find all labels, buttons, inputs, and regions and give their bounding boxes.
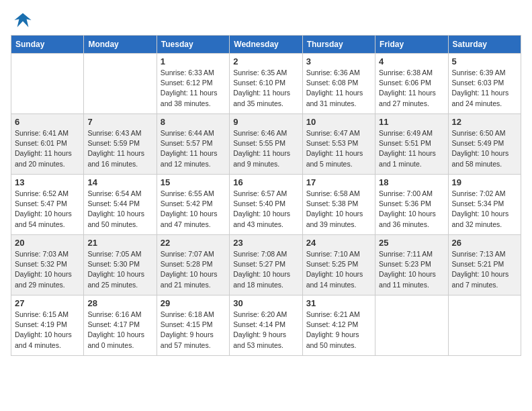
day-number: 10 [306,117,371,127]
calendar-cell: 8Sunrise: 6:44 AM Sunset: 5:57 PM Daylig… [157,114,229,175]
day-info: Sunrise: 6:52 AM Sunset: 5:47 PM Dayligh… [15,189,80,230]
column-header-tuesday: Tuesday [157,36,229,54]
calendar-cell: 27Sunrise: 6:15 AM Sunset: 4:19 PM Dayli… [11,295,84,356]
day-number: 6 [15,117,80,127]
day-info: Sunrise: 7:10 AM Sunset: 5:25 PM Dayligh… [306,249,371,290]
day-info: Sunrise: 7:13 AM Sunset: 5:21 PM Dayligh… [452,249,517,290]
day-info: Sunrise: 6:38 AM Sunset: 6:06 PM Dayligh… [379,68,444,109]
calendar-cell: 4Sunrise: 6:38 AM Sunset: 6:06 PM Daylig… [375,54,448,114]
day-info: Sunrise: 6:18 AM Sunset: 4:15 PM Dayligh… [161,310,226,351]
column-header-friday: Friday [375,36,448,54]
calendar-cell [375,295,448,356]
calendar-cell: 11Sunrise: 6:49 AM Sunset: 5:51 PM Dayli… [375,114,448,175]
calendar-week-row: 27Sunrise: 6:15 AM Sunset: 4:19 PM Dayli… [11,295,521,356]
day-number: 23 [233,238,298,248]
day-number: 24 [306,238,371,248]
day-info: Sunrise: 7:05 AM Sunset: 5:30 PM Dayligh… [87,249,152,290]
calendar-cell: 26Sunrise: 7:13 AM Sunset: 5:21 PM Dayli… [448,235,521,295]
day-number: 27 [15,298,80,308]
day-number: 9 [233,117,298,127]
calendar-cell: 2Sunrise: 6:35 AM Sunset: 6:10 PM Daylig… [230,54,302,114]
day-number: 17 [306,177,371,187]
day-number: 19 [452,177,517,187]
day-info: Sunrise: 6:55 AM Sunset: 5:42 PM Dayligh… [161,189,226,230]
day-number: 7 [87,117,152,127]
day-number: 30 [233,298,298,308]
day-number: 28 [87,298,152,308]
calendar-cell: 16Sunrise: 6:57 AM Sunset: 5:40 PM Dayli… [230,175,302,235]
calendar-cell: 30Sunrise: 6:20 AM Sunset: 4:14 PM Dayli… [230,295,302,356]
day-number: 8 [161,117,226,127]
day-info: Sunrise: 7:00 AM Sunset: 5:36 PM Dayligh… [379,189,444,230]
day-number: 18 [379,177,444,187]
day-number: 4 [379,56,444,66]
calendar-cell: 6Sunrise: 6:41 AM Sunset: 6:01 PM Daylig… [11,114,84,175]
day-info: Sunrise: 6:50 AM Sunset: 5:49 PM Dayligh… [452,128,517,169]
column-header-wednesday: Wednesday [230,36,302,54]
day-number: 15 [161,177,226,187]
calendar-cell: 14Sunrise: 6:54 AM Sunset: 5:44 PM Dayli… [84,175,157,235]
day-info: Sunrise: 7:02 AM Sunset: 5:34 PM Dayligh… [452,189,517,230]
day-number: 16 [233,177,298,187]
day-number: 13 [15,177,80,187]
calendar-cell: 15Sunrise: 6:55 AM Sunset: 5:42 PM Dayli… [157,175,229,235]
calendar-cell: 17Sunrise: 6:58 AM Sunset: 5:38 PM Dayli… [302,175,375,235]
calendar-cell: 12Sunrise: 6:50 AM Sunset: 5:49 PM Dayli… [448,114,521,175]
calendar-week-row: 6Sunrise: 6:41 AM Sunset: 6:01 PM Daylig… [11,114,521,175]
calendar-cell: 22Sunrise: 7:07 AM Sunset: 5:28 PM Dayli… [157,235,229,295]
calendar-cell: 5Sunrise: 6:39 AM Sunset: 6:03 PM Daylig… [448,54,521,114]
day-number: 2 [233,56,298,66]
calendar-cell: 13Sunrise: 6:52 AM Sunset: 5:47 PM Dayli… [11,175,84,235]
day-info: Sunrise: 6:39 AM Sunset: 6:03 PM Dayligh… [452,68,517,109]
day-info: Sunrise: 6:36 AM Sunset: 6:08 PM Dayligh… [306,68,371,109]
calendar-cell: 23Sunrise: 7:08 AM Sunset: 5:27 PM Dayli… [230,235,302,295]
calendar-week-row: 13Sunrise: 6:52 AM Sunset: 5:47 PM Dayli… [11,175,521,235]
day-info: Sunrise: 7:07 AM Sunset: 5:28 PM Dayligh… [161,249,226,290]
page-header [11,11,521,30]
day-number: 14 [87,177,152,187]
day-info: Sunrise: 7:08 AM Sunset: 5:27 PM Dayligh… [233,249,298,290]
calendar-cell [448,295,521,356]
calendar-cell: 21Sunrise: 7:05 AM Sunset: 5:30 PM Dayli… [84,235,157,295]
day-number: 20 [15,238,80,248]
calendar-table: SundayMondayTuesdayWednesdayThursdayFrid… [11,35,521,356]
calendar-cell: 20Sunrise: 7:03 AM Sunset: 5:32 PM Dayli… [11,235,84,295]
calendar-cell: 31Sunrise: 6:21 AM Sunset: 4:12 PM Dayli… [302,295,375,356]
logo [11,11,32,30]
calendar-cell: 29Sunrise: 6:18 AM Sunset: 4:15 PM Dayli… [157,295,229,356]
calendar-cell: 19Sunrise: 7:02 AM Sunset: 5:34 PM Dayli… [448,175,521,235]
column-header-saturday: Saturday [448,36,521,54]
column-header-monday: Monday [84,36,157,54]
day-number: 22 [161,238,226,248]
calendar-header-row: SundayMondayTuesdayWednesdayThursdayFrid… [11,36,521,54]
day-info: Sunrise: 6:49 AM Sunset: 5:51 PM Dayligh… [379,128,444,169]
day-info: Sunrise: 6:15 AM Sunset: 4:19 PM Dayligh… [15,310,80,351]
day-info: Sunrise: 7:11 AM Sunset: 5:23 PM Dayligh… [379,249,444,290]
calendar-cell [11,54,84,114]
day-info: Sunrise: 6:57 AM Sunset: 5:40 PM Dayligh… [233,189,298,230]
day-info: Sunrise: 6:16 AM Sunset: 4:17 PM Dayligh… [87,310,152,351]
day-info: Sunrise: 6:54 AM Sunset: 5:44 PM Dayligh… [87,189,152,230]
day-info: Sunrise: 6:20 AM Sunset: 4:14 PM Dayligh… [233,310,298,351]
day-info: Sunrise: 7:03 AM Sunset: 5:32 PM Dayligh… [15,249,80,290]
day-info: Sunrise: 6:21 AM Sunset: 4:12 PM Dayligh… [306,310,371,351]
column-header-thursday: Thursday [302,36,375,54]
day-number: 11 [379,117,444,127]
logo-icon [13,11,32,30]
calendar-cell: 9Sunrise: 6:46 AM Sunset: 5:55 PM Daylig… [230,114,302,175]
calendar-cell [84,54,157,114]
svg-marker-0 [14,13,31,28]
day-number: 1 [161,56,226,66]
calendar-cell: 1Sunrise: 6:33 AM Sunset: 6:12 PM Daylig… [157,54,229,114]
day-info: Sunrise: 6:41 AM Sunset: 6:01 PM Dayligh… [15,128,80,169]
day-info: Sunrise: 6:43 AM Sunset: 5:59 PM Dayligh… [87,128,152,169]
calendar-week-row: 1Sunrise: 6:33 AM Sunset: 6:12 PM Daylig… [11,54,521,114]
day-number: 12 [452,117,517,127]
day-info: Sunrise: 6:35 AM Sunset: 6:10 PM Dayligh… [233,68,298,109]
day-info: Sunrise: 6:33 AM Sunset: 6:12 PM Dayligh… [161,68,226,109]
calendar-cell: 28Sunrise: 6:16 AM Sunset: 4:17 PM Dayli… [84,295,157,356]
column-header-sunday: Sunday [11,36,84,54]
calendar-cell: 10Sunrise: 6:47 AM Sunset: 5:53 PM Dayli… [302,114,375,175]
calendar-cell: 7Sunrise: 6:43 AM Sunset: 5:59 PM Daylig… [84,114,157,175]
day-number: 26 [452,238,517,248]
